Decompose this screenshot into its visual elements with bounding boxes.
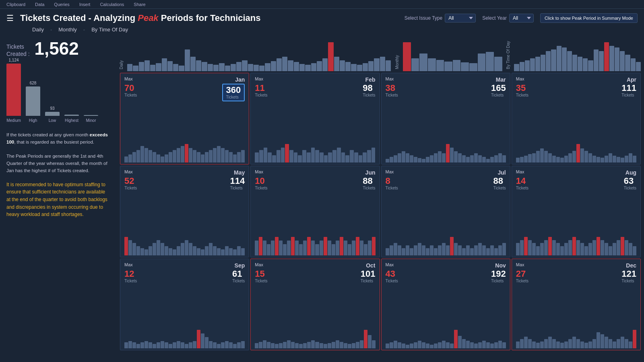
card-mini-bar	[621, 337, 624, 348]
card-mini-bar	[348, 344, 351, 348]
month-card-header: MaxJul	[386, 169, 506, 176]
month-card-jun[interactable]: MaxJun10Tickets88Tickets	[250, 166, 380, 257]
card-mini-bar	[617, 240, 620, 255]
card-mini-bar	[185, 240, 188, 255]
month-card-jul[interactable]: MaxJul8Tickets88Tickets	[381, 166, 510, 257]
card-mini-bar	[568, 153, 572, 162]
card-mini-bar	[580, 341, 584, 348]
month-name: Aug	[625, 169, 636, 176]
mini-bar	[305, 65, 310, 71]
max-num: 14	[516, 177, 528, 185]
mini-bar	[386, 60, 391, 71]
card-mini-bar	[430, 345, 433, 348]
tab-by-time-of-day[interactable]: By Time Of Day	[91, 27, 128, 33]
card-mini-bar	[287, 340, 291, 348]
tab-daily[interactable]: Daily	[32, 27, 44, 33]
card-mini-bar	[336, 241, 339, 255]
card-mini-bar	[540, 341, 544, 348]
card-mini-bar	[580, 243, 584, 255]
menu-icon[interactable]: ☰	[6, 13, 14, 23]
card-mini-bar	[169, 248, 172, 255]
card-mini-bar	[516, 243, 520, 255]
month-max-label: Max	[255, 262, 263, 267]
issue-type-select[interactable]: All Medium High Low	[445, 14, 476, 23]
card-mini-bar	[303, 343, 307, 348]
month-name: Jul	[498, 169, 506, 176]
card-mini-bar	[592, 156, 596, 162]
max-tickets-label: Tickets	[124, 93, 137, 97]
card-mini-bar	[233, 154, 237, 162]
title-block: Tickets Created - Analyzing Peak Periods…	[20, 13, 261, 23]
topbar-queries[interactable]: Queries	[54, 2, 70, 7]
mini-bar	[461, 62, 469, 71]
card-mini-bar	[621, 158, 624, 162]
card-mini-bar	[528, 339, 532, 348]
max-tickets-label: Tickets	[255, 186, 267, 190]
mini-bar	[604, 42, 609, 71]
month-card-may[interactable]: MaxMay52Tickets114Tickets	[120, 166, 249, 257]
card-mini-bar	[352, 343, 355, 348]
card-mini-bar	[299, 344, 303, 348]
topbar-data[interactable]: Data	[35, 2, 44, 7]
month-card-sep[interactable]: MaxSep12Tickets61Tickets	[120, 259, 249, 350]
month-card-dec[interactable]: MaxDec27Tickets121Tickets	[512, 259, 641, 350]
month-card-nov[interactable]: MaxNov43Tickets192Tickets	[381, 259, 510, 350]
card-mini-bar	[132, 342, 136, 348]
bar-col-medium: 1,124Medium	[6, 58, 21, 123]
year-select[interactable]: All 2022 2023	[509, 14, 534, 23]
mini-bar	[288, 60, 293, 71]
card-mini-bar	[173, 150, 176, 162]
card-mini-bar	[502, 243, 506, 255]
mini-bar	[363, 63, 368, 71]
mini-bar	[530, 58, 535, 71]
card-mini-bar	[633, 330, 636, 348]
card-mini-bar	[576, 339, 580, 348]
card-mini-bar	[386, 159, 389, 162]
mini-bar	[615, 47, 619, 71]
month-stats: 27Tickets121Tickets	[516, 269, 636, 283]
mini-bar	[162, 58, 167, 71]
max-num: 27	[516, 269, 528, 278]
card-mini-bar	[229, 152, 233, 162]
month-card-aug[interactable]: MaxAug14Tickets63Tickets	[512, 166, 641, 257]
card-mini-bar	[414, 245, 417, 255]
card-mini-bar	[277, 150, 281, 162]
topbar-clipboard[interactable]: Clipboard	[6, 2, 25, 7]
card-mini-bar	[275, 344, 279, 348]
month-card-mar[interactable]: MaxMar38Tickets165Tickets	[381, 73, 510, 165]
month-card-apr[interactable]: MaxApr35Tickets111Tickets	[512, 73, 641, 165]
month-max-label: Max	[516, 169, 524, 174]
mini-bar	[322, 58, 328, 71]
topbar-share[interactable]: Share	[134, 2, 145, 7]
mini-bar	[525, 60, 530, 71]
card-mini-bar	[426, 248, 429, 255]
max-num: 10	[255, 177, 267, 185]
card-mini-bars	[516, 285, 636, 348]
month-card-jan[interactable]: MaxJan70Tickets360Tickets	[120, 73, 249, 165]
tab-monthly[interactable]: Monthly	[58, 27, 77, 33]
month-stats: 52Tickets114Tickets	[124, 177, 245, 190]
month-card-feb[interactable]: MaxFeb11Tickets98Tickets	[250, 73, 380, 165]
card-mini-bar	[434, 343, 438, 348]
bar-col-high: 628High	[26, 81, 40, 123]
topbar-calculations[interactable]: Calculations	[100, 2, 124, 7]
month-card-oct[interactable]: MaxOct15Tickets101Tickets	[250, 259, 380, 350]
total-stat-block: 121Tickets	[621, 269, 636, 283]
mini-bar	[271, 61, 276, 71]
card-mini-bar	[390, 245, 393, 255]
card-mini-bar	[605, 243, 608, 255]
topbar-insert[interactable]: Insert	[79, 2, 91, 7]
card-mini-bar	[144, 148, 148, 162]
card-mini-bar	[520, 339, 524, 348]
month-max-label: Max	[255, 169, 263, 174]
card-mini-bar	[394, 155, 397, 162]
card-mini-bar	[153, 152, 156, 162]
peak-mode-button[interactable]: Click to show Peak Period in Summary Mod…	[540, 13, 638, 23]
card-mini-bar	[544, 151, 548, 162]
card-mini-bar	[364, 330, 367, 348]
card-mini-bar	[268, 152, 272, 162]
card-mini-bar	[410, 343, 413, 348]
card-mini-bar	[478, 155, 482, 162]
card-mini-bar	[446, 144, 450, 162]
card-mini-bar	[307, 152, 311, 162]
